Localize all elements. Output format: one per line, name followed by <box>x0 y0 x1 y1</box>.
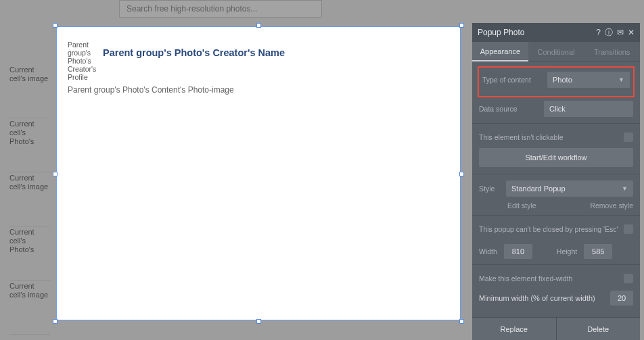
style-select[interactable]: Standard Popup ▼ <box>506 180 633 197</box>
data-source-label: Data source <box>479 105 540 113</box>
esc-label: This popup can't be closed by pressing '… <box>479 225 618 233</box>
type-of-content-value: Photo <box>553 76 572 84</box>
info-icon[interactable]: ⓘ <box>605 27 613 39</box>
not-clickable-label: This element isn't clickable <box>479 133 564 141</box>
esc-row: This popup can't be closed by pressing '… <box>479 221 633 237</box>
close-icon[interactable]: ✕ <box>628 28 635 37</box>
resize-handle-s[interactable] <box>256 319 261 324</box>
chevron-down-icon: ▼ <box>618 76 624 83</box>
popup-canvas[interactable]: Parent group's Photo's Creator's Profile… <box>53 23 464 324</box>
min-width-input[interactable]: 20 <box>610 291 633 306</box>
list-item: Current cell's image <box>9 64 50 118</box>
type-of-content-label: Type of content <box>482 76 543 84</box>
resize-handle-w[interactable] <box>53 172 58 176</box>
resize-handle-e[interactable] <box>459 172 464 176</box>
list-item: Current cell's image <box>9 172 50 226</box>
list-item: Current cell's Photo's <box>9 226 50 281</box>
chevron-down-icon: ▼ <box>622 185 628 192</box>
replace-button[interactable]: Replace <box>472 318 556 340</box>
not-clickable-toggle[interactable] <box>624 132 633 142</box>
creator-name-text: Parent group's Photo's Creator's Name <box>103 47 285 58</box>
panel-title: Popup Photo <box>478 28 524 37</box>
data-source-value: Click <box>549 105 566 113</box>
esc-toggle[interactable] <box>624 224 633 234</box>
property-panel: Popup Photo ? ⓘ ✉ ✕ Appearance Condition… <box>472 23 640 340</box>
resize-handle-ne[interactable] <box>459 23 464 28</box>
edit-style-link[interactable]: Edit style <box>507 201 536 210</box>
avatar-placeholder-label: Parent group's Photo's Creator's Profile <box>68 41 98 81</box>
fixed-width-toggle[interactable] <box>624 274 633 283</box>
comment-icon[interactable]: ✉ <box>617 28 624 37</box>
help-icon[interactable]: ? <box>596 28 601 37</box>
tab-transitions[interactable]: Transitions <box>584 42 640 62</box>
resize-handle-se[interactable] <box>459 319 464 324</box>
delete-button[interactable]: Delete <box>556 318 641 340</box>
not-clickable-row: This element isn't clickable <box>479 129 633 145</box>
remove-style-link[interactable]: Remove style <box>590 201 633 210</box>
width-label: Width <box>479 247 497 256</box>
left-cells: Current cell's image Current cell's Phot… <box>9 64 50 335</box>
data-source-select[interactable]: Click <box>544 101 633 117</box>
content-photo-label: Parent group's Photo's Content's Photo-i… <box>68 85 234 95</box>
search-input[interactable]: Search free high-resolution photos... <box>119 0 322 18</box>
start-workflow-button[interactable]: Start/Edit workflow <box>479 148 633 167</box>
resize-handle-nw[interactable] <box>53 23 58 28</box>
type-of-content-select[interactable]: Photo ▼ <box>547 72 630 88</box>
panel-tabs: Appearance Conditional Transitions <box>472 42 640 62</box>
tab-conditional[interactable]: Conditional <box>528 42 584 62</box>
popup-element[interactable]: Parent group's Photo's Creator's Profile… <box>56 26 461 320</box>
resize-handle-sw[interactable] <box>53 319 58 324</box>
height-input[interactable]: 585 <box>584 244 612 259</box>
width-input[interactable]: 810 <box>504 244 532 259</box>
type-of-content-highlight: Type of content Photo ▼ <box>478 66 635 97</box>
tab-appearance[interactable]: Appearance <box>472 42 528 62</box>
resize-handle-n[interactable] <box>256 23 261 28</box>
search-placeholder: Search free high-resolution photos... <box>127 4 257 14</box>
style-value: Standard Popup <box>511 185 566 193</box>
height-label: Height <box>557 247 577 256</box>
panel-footer: Replace Delete <box>472 317 640 340</box>
fixed-width-row: Make this element fixed-width <box>479 270 633 287</box>
style-label: Style <box>479 185 502 193</box>
list-item: Current cell's image <box>9 281 50 335</box>
list-item: Current cell's Photo's <box>9 118 50 172</box>
fixed-width-label: Make this element fixed-width <box>479 274 572 283</box>
panel-header[interactable]: Popup Photo ? ⓘ ✉ ✕ <box>472 23 640 42</box>
min-width-label: Minimum width (% of current width) <box>479 294 606 302</box>
